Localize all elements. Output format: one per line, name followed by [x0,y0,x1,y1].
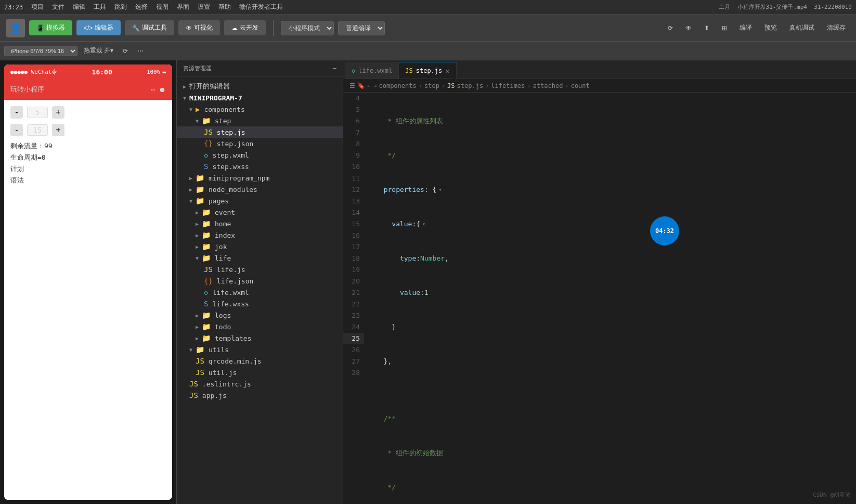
phone-icon: 📱 [36,24,44,32]
counter1-minus-btn[interactable]: - [10,106,23,119]
code-lines: * 组件的属性列表 */ properties: {▾ value:{▾ typ… [369,93,856,504]
project-root[interactable]: ▼ MINIPROGRAM-7 [177,93,343,104]
file-eslintrc[interactable]: JS .eslintrc.js [177,378,343,390]
breadcrumb-bookmark-icon[interactable]: 🔖 [357,82,365,89]
breadcrumb-nav-icon[interactable]: ☰ [349,82,355,89]
mode-select[interactable]: 小程序模式 [281,21,334,35]
menu-tool[interactable]: 工具 [94,3,106,11]
simulator-btn[interactable]: 📱 模拟器 [29,20,72,35]
file-life-wxss[interactable]: S life.wxss [177,298,343,309]
counter1-plus-btn[interactable]: + [52,106,64,119]
menu-settings[interactable]: 设置 [198,3,210,11]
code-line-10: } [369,321,856,333]
file-life-wxml[interactable]: ◇ life.wxml [177,287,343,298]
breadcrumb-forward-btn[interactable]: → [373,82,377,89]
cloud-btn[interactable]: ☁ 云开发 [224,20,266,35]
folder-npm[interactable]: ▶ 📁 miniprogram_npm [177,172,343,184]
breadcrumb-step[interactable]: step [424,82,439,89]
tab-life-wxml[interactable]: ◇ life.wxml [345,62,399,79]
compile-btn[interactable]: 编译 [735,21,756,34]
compile-select[interactable]: 普通编译 [338,21,385,35]
code-icon: </> [84,24,93,32]
menu-file[interactable]: 文件 [52,3,64,11]
folder-jok[interactable]: ▶ 📁 jok [177,241,343,252]
counter2-minus-btn[interactable]: - [10,124,23,136]
menu-project[interactable]: 项目 [31,3,44,11]
visible-btn[interactable]: 👁 可视化 [178,20,220,35]
open-editors-chevron: ▶ [183,84,186,89]
breadcrumb-count[interactable]: count [571,82,590,89]
upload-icon[interactable]: ⬆ [700,22,714,34]
counter2-plus-btn[interactable]: + [52,124,64,136]
folder-event[interactable]: ▶ 📁 event [177,206,343,218]
code-line-11: }, [369,356,856,367]
menu-interface[interactable]: 界面 [177,3,189,11]
folder-templates[interactable]: ▶ 📁 templates [177,332,343,344]
folder-logs[interactable]: ▶ 📁 logs [177,309,343,321]
life-json-icon: {} [204,277,213,285]
menu-view[interactable]: 视图 [156,3,168,11]
file-step-js[interactable]: JS step.js [177,126,343,138]
open-editors-section[interactable]: ▶ 打开的编辑器 [177,80,343,93]
folder-index[interactable]: ▶ 📁 index [177,229,343,241]
event-folder-icon: 📁 [202,208,211,216]
breadcrumb-attached[interactable]: attached [533,82,563,89]
debug-btn[interactable]: 🔧 调试工具 [125,20,174,35]
menu-time: 23:23 [4,4,23,11]
clear-cache-btn[interactable]: 清缓存 [823,21,850,34]
file-app-js[interactable]: JS app.js [177,390,343,401]
node-modules-icon: 📁 [196,185,204,193]
phone-signal: ●●●●● WeChat令 [10,68,57,76]
real-device-btn[interactable]: 真机调试 [785,21,819,34]
folder-utils[interactable]: ▼ 📁 utils [177,344,343,355]
menu-help[interactable]: 帮助 [218,3,231,11]
file-step-wxml[interactable]: ◇ step.wxml [177,149,343,161]
code-line-7: value:{▾ [369,218,856,230]
menu-wechat-devtools[interactable]: 微信开发者工具 [239,3,283,11]
js-icon: JS [204,128,213,136]
hot-reload-btn[interactable]: 热重载 开▾ [81,45,116,57]
folder-components[interactable]: ▼ ▶ components [177,104,343,115]
code-line-13: /** [369,413,856,424]
refresh-sim-btn[interactable]: ⟳ [120,46,131,56]
folder-node-modules[interactable]: ▶ 📁 node_modules [177,184,343,195]
file-step-json[interactable]: {} step.json [177,138,343,149]
utils-folder-icon: 📁 [196,345,204,354]
menu-select[interactable]: 选择 [135,3,148,11]
file-life-js[interactable]: JS life.js [177,264,343,275]
record-icon[interactable]: ⏺ [159,86,166,94]
breadcrumb-back-btn[interactable]: ← [367,82,371,89]
tab-js-icon: JS [405,67,412,74]
folder-life[interactable]: ▼ 📁 life [177,252,343,264]
device-select[interactable]: iPhone 6/7/8 79% 16 [4,46,77,56]
menu-bar: 23:23 项目 文件 编辑 工具 跳到 选择 视图 界面 设置 帮助 微信开发… [0,0,856,15]
filetree-menu-icon[interactable]: ⋯ [333,65,336,72]
folder-pages[interactable]: ▼ 📁 pages [177,195,343,206]
todo-folder-icon: 📁 [202,322,211,331]
layers-icon[interactable]: ⊞ [718,22,731,34]
folder-home[interactable]: ▶ 📁 home [177,218,343,229]
breadcrumb-stepjs[interactable]: step.js [457,82,484,89]
folder-step[interactable]: ▼ 📁 step [177,115,343,126]
code-line-4: * 组件的属性列表 [369,115,856,127]
file-step-wxss[interactable]: S step.wxss [177,161,343,172]
tab-close-btn[interactable]: ✕ [445,67,449,75]
refresh-icon[interactable]: ⟳ [664,22,677,34]
more-btn[interactable]: ⋯ [134,46,147,56]
editor-panel: ◇ life.wxml JS step.js ✕ ☰ 🔖 ← → compone… [343,60,856,504]
editor-btn[interactable]: </> 编辑器 [76,20,121,35]
file-life-json[interactable]: {} life.json [177,275,343,287]
file-qrcode-js[interactable]: JS qrcode.min.js [177,355,343,367]
preview-icon[interactable]: 👁 [681,22,696,34]
tab-step-js[interactable]: JS step.js ✕ [399,62,456,79]
menu-goto[interactable]: 跳到 [114,3,127,11]
code-area[interactable]: 4 5 6 7 8 9 10 11 12 13 14 15 16 17 18 1… [343,93,856,504]
file-util-js[interactable]: JS util.js [177,367,343,378]
folder-todo[interactable]: ▶ 📁 todo [177,321,343,332]
preview-btn[interactable]: 预览 [760,21,781,34]
breadcrumb-components[interactable]: components [379,82,416,89]
life-folder-icon: 📁 [202,254,211,262]
breadcrumb-lifetimes[interactable]: lifetimes [491,82,525,89]
menu-edit[interactable]: 编辑 [73,3,85,11]
dots-icon[interactable]: ⋯ [151,86,155,94]
